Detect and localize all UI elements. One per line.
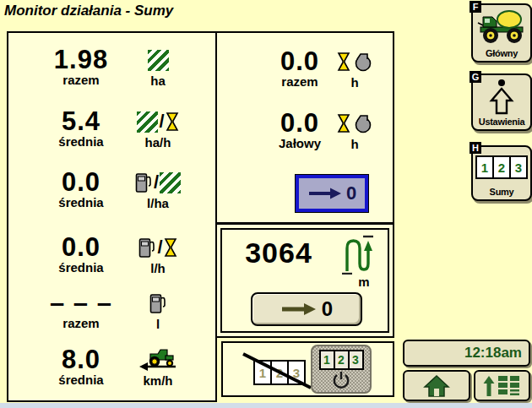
fuel-pump-icon [138, 237, 156, 258]
hourglass-icon [166, 112, 179, 132]
home-button[interactable] [403, 370, 470, 401]
menu-button[interactable] [474, 370, 530, 401]
slash-glyph: / [157, 238, 162, 257]
metric-row-fuel-per-area: 0.0 średnia / l/ha [8, 169, 215, 216]
area-stripes-icon [137, 112, 158, 133]
distance-path-icon [339, 234, 376, 275]
power-icon [331, 370, 351, 392]
engine-icon [351, 51, 373, 73]
metric-unit: l/h [117, 262, 199, 275]
metric-unit: ha [117, 74, 199, 88]
metric-unit: l [117, 318, 199, 331]
counter-digit: 2 [492, 155, 511, 179]
counter-123-icon: 1 2 3 [475, 155, 528, 179]
counter-digit: 3 [509, 155, 528, 179]
softkey-letter-h: H [470, 142, 481, 154]
slash-glyph: / [159, 112, 164, 131]
metric-unit: h [325, 138, 384, 151]
fuel-pump-icon [149, 292, 167, 314]
reset-arrow-icon [280, 302, 316, 316]
metric-row-fuel-total: – – – razem l [8, 290, 215, 337]
hourglass-icon [164, 237, 177, 258]
engine-hours-panel: 0.0 razem h 0.0 Jałowy [215, 31, 394, 224]
metric-row-speed-average: 8.0 średnia km/h [8, 346, 215, 394]
sidebar-button-label: Główny [473, 48, 530, 58]
metric-row-area-per-hour: 5.4 średnia / ha/h [8, 108, 215, 155]
layout-grid-icon [497, 374, 521, 398]
counter-digit: 1 [475, 155, 494, 179]
reset-hours-button[interactable]: 0 [296, 175, 368, 212]
sidebar-button-label: Sumy [473, 187, 530, 197]
metric-unit: ha/h [117, 136, 199, 150]
clock-button[interactable]: 12:18am [403, 340, 530, 367]
softkey-letter-f: F [470, 1, 481, 13]
sidebar-button-label: Ustawienia [473, 117, 530, 127]
counter-digit: 3 [348, 350, 364, 370]
slash-glyph: / [154, 173, 159, 192]
metric-row-hours-total: 0.0 razem h [217, 48, 393, 95]
cross-out-line [242, 351, 312, 390]
area-stripes-icon [148, 50, 169, 71]
counter-disabled-icon: 1 2 3 [242, 351, 312, 390]
counter-power-button[interactable]: 1 2 3 [311, 345, 372, 394]
metric-row-area-total: 1.98 razem ha [8, 46, 215, 94]
area-stripes-icon [160, 172, 181, 193]
bottom-edge-strip [0, 403, 532, 408]
metric-unit: km/h [117, 374, 199, 388]
reset-distance-button[interactable]: 0 [251, 292, 362, 326]
distance-value: 3064 [224, 237, 334, 269]
setup-arrow-up-icon [485, 78, 518, 117]
hourglass-icon [337, 112, 350, 134]
metric-unit: l/ha [117, 197, 199, 210]
totals-panel: 1.98 razem ha 5.4 średnia / [7, 31, 217, 402]
page-title: Monitor działania - Sumy [4, 3, 173, 19]
metric-unit: h [325, 76, 384, 90]
monitor-screen: Monitor działania - Sumy 1.98 razem ha 5… [0, 0, 532, 408]
counter-panel: 1 2 3 1 2 3 [221, 341, 394, 397]
engine-icon [351, 112, 373, 134]
fuel-pump-icon [135, 171, 153, 193]
softkey-letter-g: G [470, 71, 481, 83]
reset-zero-label: 0 [322, 297, 333, 321]
distance-unit: m [345, 275, 383, 289]
hourglass-icon [337, 51, 350, 73]
metric-row-hours-idle: 0.0 Jałowy h [217, 110, 393, 157]
reset-arrow-icon [307, 188, 341, 199]
home-icon [423, 374, 450, 398]
tractor-speed-icon [138, 347, 177, 373]
distance-panel: 3064 m 0 [215, 223, 394, 338]
sprayer-machine-icon [477, 8, 526, 45]
reset-zero-label: 0 [346, 182, 356, 204]
arrow-up-icon [483, 375, 495, 397]
metric-row-fuel-per-hour: 0.0 średnia / l/h [8, 234, 215, 281]
